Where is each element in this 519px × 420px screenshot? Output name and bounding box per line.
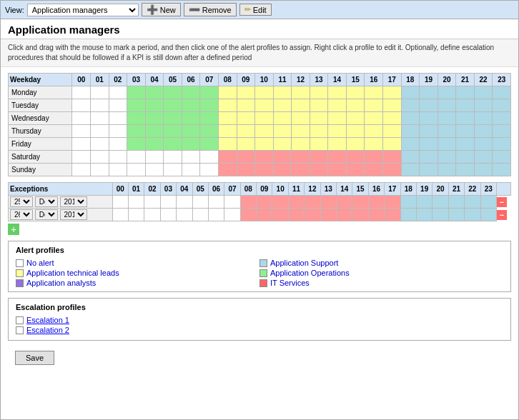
toolbar: View: Application managers Application t… — [1, 1, 518, 19]
save-button[interactable]: Save — [15, 351, 54, 365]
view-select[interactable]: Application managers Application technic… — [27, 4, 139, 16]
alert-profiles-grid: No alert Application Support Application… — [16, 259, 503, 287]
alert-profiles-section: Alert profiles No alert Application Supp… — [8, 241, 511, 292]
profile-checkbox — [260, 279, 267, 287]
escalation-profiles-title: Escalation profiles — [16, 303, 503, 311]
profile-checkbox — [16, 279, 24, 287]
profile-checkbox — [260, 269, 267, 277]
alert-profile-item: Application analysts — [16, 279, 260, 287]
new-icon: ➕ — [147, 4, 158, 15]
alert-profile-item: Application Support — [260, 259, 503, 267]
alert-profile-link[interactable]: Application Operations — [270, 269, 350, 277]
alert-profile-item: IT Services — [260, 279, 503, 287]
remove-button[interactable]: ➖ Remove — [184, 3, 237, 16]
save-area: Save — [8, 346, 511, 369]
escalation-profile-link[interactable]: Escalation 1 — [26, 316, 69, 324]
content: Weekday000102030405060708091011121314151… — [1, 67, 518, 375]
escalation-checkbox — [16, 316, 24, 324]
alert-profile-item: No alert — [16, 259, 260, 267]
alert-profile-link[interactable]: Application Support — [270, 259, 338, 267]
escalation-profile-item: Escalation 2 — [16, 326, 503, 334]
exceptions-section: Exceptions000102030405060708091011121314… — [8, 182, 511, 235]
alert-profile-item: Application Operations — [260, 269, 503, 277]
escalation-profile-link[interactable]: Escalation 2 — [26, 326, 69, 334]
exceptions-grid: Exceptions000102030405060708091011121314… — [8, 182, 511, 221]
escalation-profiles-section: Escalation profiles Escalation 1 Escalat… — [8, 298, 511, 341]
profile-checkbox — [16, 259, 24, 267]
instructions: Click and drag with the mouse to mark a … — [1, 39, 518, 67]
weekday-grid: Weekday000102030405060708091011121314151… — [8, 73, 511, 176]
alert-profile-link[interactable]: Application technical leads — [26, 269, 119, 277]
alert-profile-link[interactable]: No alert — [26, 259, 54, 267]
remove-icon: ➖ — [189, 4, 200, 15]
profile-checkbox — [260, 259, 267, 267]
profile-checkbox — [16, 269, 24, 277]
escalation-profiles-list: Escalation 1 Escalation 2 — [16, 316, 503, 334]
add-exception-button[interactable]: + — [8, 224, 19, 235]
edit-icon: ✏ — [244, 5, 251, 14]
alert-profile-item: Application technical leads — [16, 269, 260, 277]
edit-button[interactable]: ✏ Edit — [239, 4, 272, 16]
alert-profile-link[interactable]: Application analysts — [26, 279, 96, 287]
alert-profiles-title: Alert profiles — [16, 246, 503, 254]
escalation-profile-item: Escalation 1 — [16, 316, 503, 324]
weekday-section: Weekday000102030405060708091011121314151… — [8, 73, 511, 176]
escalation-checkbox — [16, 326, 24, 334]
view-label: View: — [5, 6, 24, 14]
new-button[interactable]: ➕ New — [142, 3, 181, 16]
alert-profile-link[interactable]: IT Services — [270, 279, 310, 287]
page-title: Application managers — [1, 19, 518, 39]
